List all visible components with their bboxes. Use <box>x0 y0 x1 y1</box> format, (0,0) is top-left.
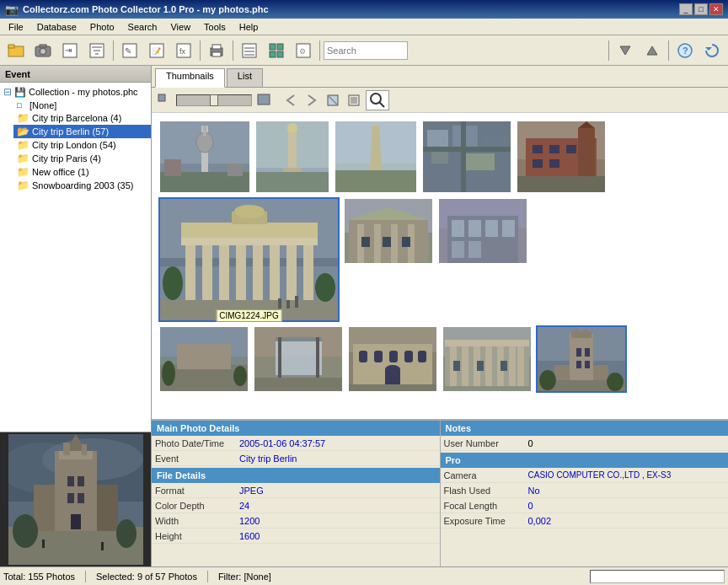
thumb-11[interactable] <box>442 325 533 393</box>
thumb-image-4 <box>423 121 511 192</box>
view-detail-button[interactable] <box>264 39 289 62</box>
minimize-button[interactable]: _ <box>679 3 693 15</box>
svg-rect-183 <box>500 361 507 371</box>
export-button[interactable]: ⇥ <box>57 39 83 62</box>
svg-rect-99 <box>533 159 543 168</box>
forward-button[interactable] <box>302 91 321 110</box>
colordepth-value: 24 <box>239 501 249 511</box>
thumb-6[interactable] <box>343 197 434 265</box>
edit2-button[interactable]: 📝 <box>144 39 169 62</box>
print-button[interactable] <box>204 39 229 62</box>
thumb-1[interactable] <box>158 120 251 194</box>
details-panel: Main Photo Details Photo Date/Time 2005-… <box>152 419 728 566</box>
svg-point-124 <box>315 273 335 302</box>
fit-button[interactable] <box>345 91 363 110</box>
tree-item-none[interactable]: □ [None] <box>13 99 151 111</box>
maximize-button[interactable]: □ <box>694 3 708 15</box>
tabs: Thumbnails List <box>152 66 728 88</box>
zoom-slider[interactable] <box>176 94 252 106</box>
filter-up-button[interactable] <box>640 39 665 62</box>
thumb-8[interactable] <box>158 325 249 393</box>
tree-london-label: City trip London (54) <box>32 140 116 150</box>
svg-rect-169 <box>349 384 436 391</box>
menu-file[interactable]: File <box>3 21 29 33</box>
svg-rect-154 <box>276 337 322 341</box>
search-input[interactable] <box>324 41 408 60</box>
format-row: Format JPEG <box>152 483 440 498</box>
filter-down-button[interactable] <box>613 39 638 62</box>
thumb-large[interactable]: CIMG1224.JPG <box>158 197 340 322</box>
tab-list[interactable]: List <box>227 68 263 87</box>
tree-root[interactable]: ⊟ 💾 Collection - my photos.phc <box>0 84 151 99</box>
zoom-max-button[interactable] <box>254 91 273 110</box>
svg-rect-83 <box>335 170 416 192</box>
zoom-min-button[interactable] <box>155 91 174 110</box>
svg-rect-108 <box>202 241 212 300</box>
svg-point-54 <box>116 519 136 548</box>
svg-rect-141 <box>485 220 498 237</box>
thumbnails-area[interactable]: CIMG1224.JPG <box>152 113 728 419</box>
event-label: Event <box>5 69 30 79</box>
menu-photo[interactable]: Photo <box>85 21 120 33</box>
menu-help[interactable]: Help <box>234 21 264 33</box>
thumb-image-6 <box>345 199 432 263</box>
help-button[interactable]: ? <box>672 39 698 62</box>
edit-button[interactable]: ✎ <box>117 39 142 62</box>
svg-rect-112 <box>270 241 280 300</box>
svg-rect-153 <box>276 340 322 378</box>
svg-rect-113 <box>286 241 297 300</box>
thumb-12[interactable] <box>536 325 627 393</box>
menu-search[interactable]: Search <box>123 21 163 33</box>
svg-rect-188 <box>574 329 579 335</box>
camera-row: Camera CASIO COMPUTER CO.,LTD , EX-S3 <box>441 468 729 483</box>
event-header: Event <box>0 66 151 83</box>
datetime-row: Photo Date/Time 2005-01-06 04:37:57 <box>152 436 440 451</box>
thumb-10[interactable] <box>347 325 438 393</box>
svg-rect-21 <box>243 44 256 57</box>
menu-tools[interactable]: Tools <box>199 21 231 33</box>
svg-rect-121 <box>286 300 290 309</box>
tree-barcelona-label: City trip Barcelona (4) <box>32 113 121 123</box>
thumb-2[interactable] <box>254 120 330 194</box>
menu-database[interactable]: Database <box>32 21 82 33</box>
camera-button[interactable] <box>30 39 56 62</box>
tree-item-snowboarding[interactable]: 📁 Snowboarding 2003 (35) <box>13 179 151 192</box>
thumb-9[interactable] <box>253 325 344 393</box>
thumb-image-10 <box>349 327 436 391</box>
svg-rect-174 <box>462 346 468 386</box>
svg-rect-192 <box>576 361 581 368</box>
close-button[interactable]: ✕ <box>709 3 723 15</box>
tab-thumbnails[interactable]: Thumbnails <box>155 68 225 88</box>
svg-rect-158 <box>254 378 342 391</box>
refresh-button[interactable] <box>699 39 725 62</box>
menu-view[interactable]: View <box>165 21 195 33</box>
thumb-image-1 <box>160 121 249 192</box>
tree-item-newoffice[interactable]: 📁 New office (1) <box>13 165 151 179</box>
tree-item-london[interactable]: 📁 City trip London (54) <box>13 138 151 152</box>
tree-item-paris[interactable]: 📁 City trip Paris (4) <box>13 152 151 165</box>
thumb-4[interactable] <box>421 120 512 194</box>
tree-item-berlin[interactable]: 📂 City trip Berlin (57) <box>13 125 151 138</box>
svg-marker-35 <box>705 47 712 51</box>
svg-rect-57 <box>158 94 165 101</box>
svg-rect-25 <box>270 44 276 50</box>
height-value: 1600 <box>239 531 260 541</box>
settings-button[interactable]: ⚙ <box>291 39 316 62</box>
thumb-7[interactable] <box>437 197 528 265</box>
search-button[interactable] <box>366 90 389 110</box>
back-button[interactable] <box>281 91 300 110</box>
reload-button[interactable] <box>324 91 342 110</box>
flash-row: Flash Used No <box>441 483 729 498</box>
open-button[interactable] <box>3 39 29 62</box>
thumb-5[interactable] <box>516 120 607 194</box>
svg-rect-111 <box>253 241 263 300</box>
thumb-3[interactable] <box>334 120 418 194</box>
svg-rect-120 <box>278 298 281 309</box>
status-search-input[interactable] <box>590 570 725 583</box>
filter-button[interactable] <box>84 39 110 62</box>
tree-item-barcelona[interactable]: 📁 City trip Barcelona (4) <box>13 111 151 125</box>
view-list-button[interactable] <box>237 39 262 62</box>
focal-label: Focal Length <box>444 501 528 511</box>
tree-berlin-label: City trip Berlin (57) <box>32 126 109 137</box>
script-button[interactable]: fx <box>171 39 196 62</box>
